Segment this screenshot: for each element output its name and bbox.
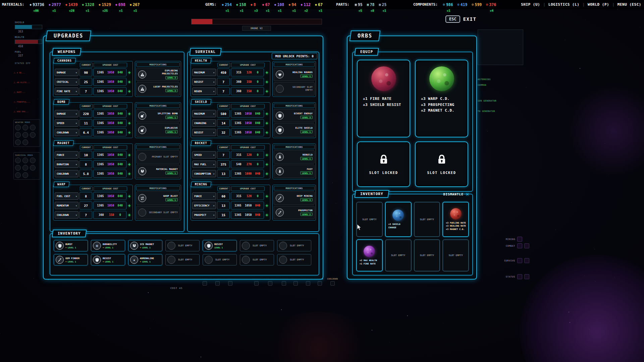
upgrade-plus-icon[interactable]: + (127, 194, 131, 199)
upgrade-plus-icon[interactable]: + (265, 130, 269, 135)
orb-inventory-slot[interactable]: SLOT EMPTY (356, 202, 383, 237)
upgrade-cost-button[interactable]: 13651050840 (93, 151, 126, 159)
stat-dropdown[interactable]: MAXIMUM▼ (192, 69, 216, 76)
stat-dropdown[interactable]: DAMAGE▼ (55, 110, 78, 117)
stat-dropdown[interactable]: FUEL COST▼ (55, 192, 78, 200)
menu-item-logistics[interactable]: LOGISTICS (L) (548, 2, 580, 7)
upgrade-plus-icon[interactable]: + (265, 203, 269, 208)
orb-inventory-slot[interactable]: +3 SHIELD CHARGE (385, 202, 412, 237)
orb-inventory-slot[interactable]: SLOT EMPTY (385, 239, 412, 272)
upgrade-cost-button[interactable]: 13651050840 (93, 119, 126, 127)
upgrade-cost-button[interactable]: 3601500 (93, 211, 126, 219)
mod-slot[interactable]: FASTLEVEL 1 (274, 165, 315, 178)
stat-dropdown[interactable]: FORCE▼ (55, 151, 78, 159)
upgrade-plus-icon[interactable]: + (265, 89, 269, 94)
inventory-slot[interactable]: SLOT EMPTY (277, 254, 311, 265)
menu-item-menu[interactable]: MENU (ESC) (618, 2, 641, 7)
upgrade-plus-icon[interactable]: + (265, 194, 269, 199)
dismantle-close-icon[interactable]: ✕ (466, 192, 469, 197)
upgrade-cost-button[interactable]: 13651050840 (231, 119, 264, 127)
stat-dropdown[interactable]: MAX FUEL▼ (192, 161, 216, 168)
upgrade-plus-icon[interactable]: + (127, 121, 131, 126)
equip-slot[interactable]: +1 FIRE RATE+3 SHIELD RESIST (357, 60, 410, 137)
stat-dropdown[interactable]: RESIST▼ (192, 129, 216, 136)
upgrade-plus-icon[interactable]: + (127, 153, 131, 158)
stat-dropdown[interactable]: DURATION▼ (55, 161, 78, 168)
equip-slot-locked[interactable]: SLOT LOCKED (357, 141, 410, 187)
stat-dropdown[interactable]: MOMENTUM▼ (55, 202, 78, 209)
upgrade-cost-button[interactable]: 13651050840 (231, 211, 264, 219)
upgrade-cost-button[interactable]: 13651050840 (93, 170, 126, 178)
dismantle-button[interactable]: DISMANTLE ✕ (443, 192, 469, 197)
upgrade-cost-button[interactable]: 3601500 (231, 87, 264, 95)
upgrade-plus-icon[interactable]: + (127, 70, 131, 75)
inventory-slot[interactable]: RESISTLEVEL 1 (203, 240, 237, 251)
upgrade-plus-icon[interactable]: + (265, 121, 269, 126)
stat-dropdown[interactable]: SPEED▼ (55, 119, 78, 127)
upgrade-plus-icon[interactable]: + (265, 171, 269, 176)
stat-dropdown[interactable]: COOLDOWN▼ (55, 170, 78, 177)
mod-slot[interactable]: SPLITTING BOMBLEVEL 1 (136, 109, 180, 122)
upgrade-cost-button[interactable]: 13651050840 (93, 192, 126, 200)
upgrade-plus-icon[interactable]: + (265, 213, 269, 218)
upgrade-cost-button[interactable]: 13651050840 (231, 110, 264, 118)
mod-slot[interactable]: REBUILDLEVEL 1 (274, 150, 315, 164)
upgrade-plus-icon[interactable]: + (127, 111, 131, 116)
mod-slot[interactable]: MATERIAL MAGNETLEVEL 1 (136, 165, 180, 178)
upgrade-cost-button[interactable]: 3151200 (231, 151, 264, 159)
upgrade-plus-icon[interactable]: + (127, 213, 131, 218)
inventory-slot[interactable]: RESIST★LEVEL 1 (91, 254, 125, 265)
inventory-slot[interactable]: SLOT EMPTY (240, 240, 274, 251)
upgrade-plus-icon[interactable]: + (127, 203, 131, 208)
upgrade-cost-button[interactable]: 13651050840 (93, 110, 126, 118)
upgrade-cost-button[interactable]: 13651050840 (93, 128, 126, 136)
inventory-slot[interactable]: SLOT EMPTY (203, 254, 237, 265)
upgrade-cost-button[interactable]: 13651050840 (231, 128, 264, 136)
upgrade-cost-button[interactable]: 13651050840 (93, 201, 126, 209)
menu-item-ship[interactable]: SHIP (U) (521, 2, 540, 7)
orb-inventory-slot[interactable]: SLOT EMPTY (414, 202, 440, 237)
inventory-slot[interactable]: SLOT EMPTY (240, 254, 274, 265)
mod-slot[interactable]: EXPLOSIVELEVEL 1 (136, 123, 180, 137)
stat-dropdown[interactable]: REGEN▼ (192, 87, 216, 95)
inventory-slot[interactable]: BURST★LEVEL 1 (54, 240, 88, 251)
stat-dropdown[interactable]: EFFICIENCY▼ (192, 202, 216, 209)
upgrade-cost-button[interactable]: 13651050840 (231, 201, 264, 209)
upgrade-plus-icon[interactable]: + (127, 171, 131, 176)
inventory-slot[interactable]: ⚙DURABILITY★LEVEL 1 (91, 240, 125, 251)
exit-button[interactable]: ESC EXIT (445, 15, 476, 23)
upgrade-plus-icon[interactable]: + (265, 79, 269, 84)
stat-dropdown[interactable]: MAXIMUM▼ (192, 110, 216, 117)
stat-dropdown[interactable]: FORCE▼ (192, 192, 216, 200)
stat-dropdown[interactable]: PROSPECT▼ (192, 211, 216, 219)
stat-dropdown[interactable]: COOLDOWN▼ (55, 129, 78, 136)
mod-slot[interactable]: ELITE SHIELDLEVEL 1 (274, 123, 315, 137)
mod-slot[interactable]: HEALING ROUNDSLEVEL 1 (274, 68, 315, 81)
upgrade-cost-button[interactable]: 5402700 (231, 160, 264, 168)
menu-item-world[interactable]: WORLD (P) (588, 2, 609, 7)
inventory-slot[interactable]: ★ADRENALINE★LEVEL 1 (128, 254, 162, 265)
stat-dropdown[interactable]: CONSUMPTION▼ (192, 170, 216, 177)
upgrade-plus-icon[interactable]: + (265, 111, 269, 116)
mod-slot[interactable]: WARP BLASTLEVEL 1 (136, 191, 180, 205)
inventory-slot[interactable]: ICE MAGNET★LEVEL 1 (128, 240, 162, 251)
inventory-slot[interactable]: SLOT EMPTY (277, 240, 311, 251)
upgrade-cost-button[interactable]: 3151200 (231, 68, 264, 76)
upgrade-plus-icon[interactable]: + (265, 70, 269, 75)
stat-dropdown[interactable]: CHARGING▼ (192, 119, 216, 127)
upgrade-plus-icon[interactable]: + (127, 130, 131, 135)
orb-inventory-slot[interactable]: SLOT EMPTY (414, 239, 440, 272)
upgrade-cost-button[interactable]: 3601500 (231, 78, 264, 86)
equip-slot[interactable]: +3 WARP C.D.+3 PROSPECTING+2 MAGNET C.D. (415, 60, 468, 137)
stat-dropdown[interactable]: SPEED▼ (192, 151, 216, 159)
mod-slot[interactable]: SECONDARY SLOT EMPTY (136, 206, 180, 219)
stat-dropdown[interactable]: COOLDOWN▼ (55, 211, 78, 219)
orb-inventory-slot[interactable]: +2 MAX HEALTH+1 FIRE RATE (356, 239, 383, 272)
mod-slot[interactable]: SECONDARY SLOT EMPTY (274, 82, 315, 96)
upgrade-plus-icon[interactable]: + (127, 89, 131, 94)
mod-slot[interactable]: DIVERT ENERGYLEVEL 3 (274, 109, 315, 122)
upgrade-plus-icon[interactable]: + (127, 79, 131, 84)
upgrade-cost-button[interactable]: 13651050840 (93, 160, 126, 168)
stat-dropdown[interactable]: DAMAGE▼ (55, 69, 78, 76)
orb-inventory-slot[interactable]: +3 FUELING RATE+3 HEALING RATE+3 MAGNET … (442, 202, 469, 237)
